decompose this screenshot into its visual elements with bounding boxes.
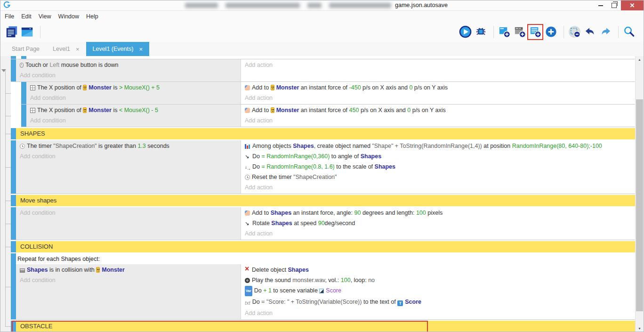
action-line[interactable]: Do = RandomInRange(0.8, 1.6) to the scal… [241, 161, 635, 171]
shape-creation-event[interactable]: The timer "ShapeCreation" is greater tha… [11, 140, 635, 194]
event-selection-bar[interactable] [21, 105, 26, 127]
undo-button[interactable] [583, 25, 596, 39]
text-segment: Delete object [252, 267, 288, 273]
event-selection-bar[interactable] [11, 195, 16, 206]
comment-cell[interactable]: SHAPES [16, 128, 635, 139]
add-action-button[interactable]: Add action [241, 115, 635, 127]
delete-event-button[interactable] [568, 25, 581, 39]
add-comment-button[interactable] [513, 25, 526, 39]
event-selection-bar[interactable] [21, 82, 26, 104]
tab-label: Level1 (Events) [93, 46, 134, 52]
play-button[interactable] [459, 25, 472, 39]
event-selection-bar[interactable] [11, 128, 16, 139]
add-condition-button[interactable]: Add condition [16, 275, 241, 286]
add-subevent-button[interactable] [529, 25, 542, 39]
action-line[interactable]: VarDo + 1 to scene variable Score [241, 285, 635, 296]
action-line[interactable]: Delete object Shapes [241, 264, 635, 275]
comment-cell[interactable]: COLLISION [16, 241, 635, 252]
move-shapes-event[interactable]: Add conditionAdd to Shapes an instant fo… [11, 207, 635, 240]
add-condition-button[interactable]: Add condition [26, 115, 241, 127]
add-condition-button[interactable]: Add condition [16, 151, 241, 162]
text-segment: "ShapeCreation" [293, 174, 337, 180]
collision-repeat-event[interactable]: Repeat for each Shapes object:Shapes is … [11, 253, 635, 320]
add-condition-button[interactable]: Add condition [16, 207, 241, 219]
action-line[interactable]: Add to Monster an instant force of 450 p… [241, 105, 635, 115]
comment-shapes[interactable]: SHAPES [11, 128, 635, 139]
condition-line[interactable]: Touch or Left mouse button is down [16, 59, 241, 70]
condition-line[interactable]: The X position of Monster is < MouseX() … [26, 105, 241, 115]
add-event-button[interactable] [498, 25, 511, 39]
comment-cell[interactable]: OBSTACLE [16, 321, 635, 332]
action-line[interactable]: Among objects Shapes, create object name… [241, 140, 635, 151]
toolbar-separator [618, 26, 619, 38]
add-other-event-button[interactable] [544, 25, 557, 39]
text-segment: Score [326, 287, 341, 294]
mouse-button-event[interactable]: Touch or Left mouse button is downAdd co… [11, 59, 635, 82]
action-line[interactable]: Add to Monster an instant force of -450 … [241, 82, 635, 92]
tab-start-page[interactable]: Start Page [5, 42, 46, 56]
action-line[interactable]: txtDo = "Score: " + ToString(Variable(Sc… [241, 296, 635, 308]
event-selection-bar[interactable] [21, 56, 26, 59]
comment-obstacle[interactable]: OBSTACLE [11, 321, 635, 332]
restore-button[interactable] [607, 0, 621, 10]
comment-cell[interactable]: Move shapes [16, 195, 635, 206]
event-selection-bar[interactable] [11, 56, 16, 59]
menu-item-help[interactable]: Help [86, 13, 98, 20]
event-selection-bar[interactable] [11, 321, 16, 332]
start-page-button[interactable] [21, 25, 34, 39]
action-line[interactable]: Reset the timer "ShapeCreation" [241, 171, 635, 182]
event-selection-bar[interactable] [11, 253, 16, 319]
add-condition-button[interactable]: Add condition [16, 70, 241, 81]
add-condition-button[interactable]: Add condition [26, 92, 241, 104]
event-selection-bar[interactable] [11, 241, 16, 252]
collapse-arrow-icon[interactable] [1, 69, 6, 72]
menu-item-edit[interactable]: Edit [21, 13, 32, 20]
close-button[interactable]: ✕ [621, 0, 644, 10]
menu-item-window[interactable]: Window [58, 13, 79, 20]
add-action-button[interactable]: Add action [241, 92, 635, 104]
condition-line[interactable]: The X position of Monster is > MouseX() … [26, 82, 241, 92]
condition-line[interactable]: The timer "ShapeCreation" is greater tha… [16, 140, 241, 151]
close-tab-icon[interactable]: × [139, 46, 143, 53]
search-button[interactable] [622, 25, 636, 39]
text-segment: Monster [89, 107, 112, 113]
project-manager-button[interactable] [5, 25, 18, 39]
scroll-up-arrow[interactable]: ▲ [636, 56, 644, 63]
condition-line[interactable]: Shapes is in collision with Monster [16, 264, 241, 275]
minimize-button[interactable] [594, 0, 607, 10]
action-line[interactable]: Rotate Shapes at speed 90deg/second [241, 218, 635, 228]
tab-level1[interactable]: Level1× [46, 42, 86, 56]
event-selection-bar[interactable] [11, 59, 16, 81]
monster-move-left-event[interactable]: The X position of Monster is > MouseX() … [21, 82, 635, 105]
close-tab-icon[interactable]: × [76, 46, 80, 53]
vertical-scrollbar[interactable]: ▲ ▼ [635, 56, 644, 332]
text-segment: Monster [89, 84, 112, 91]
tree-branch-line [5, 287, 11, 287]
menu-item-view[interactable]: View [39, 13, 51, 20]
position-icon [30, 85, 35, 90]
tab-bar: Start PageLevel1×Level1 (Events)× [0, 42, 644, 56]
text-segment: "Shape" + ToString(RandomInRange(1,4)) [372, 143, 482, 149]
comment-move-shapes[interactable]: Move shapes [11, 195, 635, 206]
action-line[interactable]: Do = RandomInRange(0,360) to angle of Sh… [241, 151, 635, 161]
menu-item-file[interactable]: File [5, 13, 14, 20]
position-icon [30, 108, 35, 113]
monster-move-right-event[interactable]: The X position of Monster is < MouseX() … [21, 105, 635, 127]
action-line[interactable]: Play the sound monster.wav, vol.: 100, l… [241, 275, 635, 285]
redo-button[interactable] [599, 25, 612, 39]
add-action-button[interactable]: Add action [241, 182, 635, 194]
window-controls: ✕ [594, 0, 644, 10]
event-selection-bar[interactable] [11, 207, 16, 240]
scroll-down-arrow[interactable]: ▼ [636, 325, 644, 332]
action-line[interactable]: Add to Shapes an instant force, angle: 9… [241, 207, 635, 218]
add-action-button[interactable]: Add action [241, 59, 635, 71]
add-action-button[interactable]: Add action [241, 228, 635, 240]
repeat-header[interactable]: Repeat for each Shapes object: [16, 253, 635, 264]
comment-collision[interactable]: COLLISION [11, 241, 635, 252]
add-action-button[interactable]: Add action [241, 308, 635, 319]
tab-level1-events-[interactable]: Level1 (Events)× [86, 42, 149, 56]
text-segment: Monster [276, 84, 299, 91]
scrollbar-thumb[interactable] [636, 99, 643, 311]
debug-button[interactable] [474, 25, 487, 39]
event-selection-bar[interactable] [11, 140, 16, 194]
